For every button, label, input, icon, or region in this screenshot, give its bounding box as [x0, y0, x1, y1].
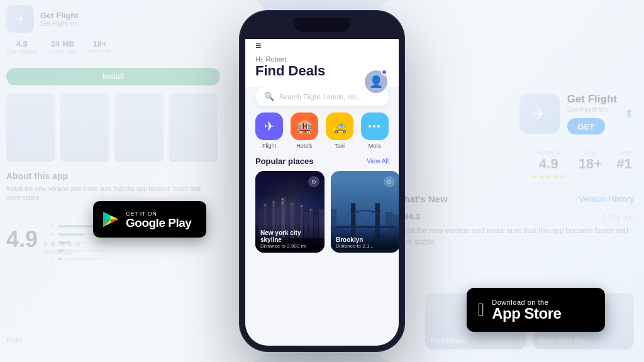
category-list: ✈ Flight 🏨 Hotels 🚕 Taxi ••• More: [245, 112, 399, 149]
bg-install-button[interactable]: Install: [6, 68, 220, 85]
bg-as-age-val: 18+: [579, 156, 602, 172]
brooklyn-place-dist: Distance to 2,1...: [336, 243, 395, 249]
bg-about-text: Install the new version and make sure th…: [6, 185, 208, 202]
svg-rect-20: [301, 206, 302, 207]
popular-cards: ⊙ New york city skyline Distance to 2,90…: [245, 171, 399, 253]
popular-title: Popular places: [255, 156, 313, 166]
view-all-link[interactable]: View All: [367, 158, 389, 165]
get-it-on-label: GET IT ON: [126, 211, 191, 217]
more-icon: •••: [361, 112, 389, 140]
bg-bottom-flight-label: Fligh...: [6, 336, 27, 343]
bg-big-rating: 4.9: [6, 226, 38, 253]
google-play-text: GET IT ON Google Play: [126, 211, 191, 229]
hotels-icon: 🏨: [291, 112, 318, 140]
apple-logo-icon: : [478, 301, 484, 319]
nyc-place-name: New york city skyline: [260, 229, 319, 243]
bg-left-content: ✈ Get Flight Get Flight Inc. 4.9 Star re…: [0, 0, 239, 362]
google-play-badge[interactable]: GET IT ON Google Play: [93, 201, 206, 238]
bg-app-icon: ✈: [6, 5, 34, 33]
popular-header: Popular places View All: [245, 156, 399, 166]
phone-app-content: 12:00 ▲▲▲ ≋ ▬ ≡ Hi, Robert Find Deals 👤 …: [245, 18, 399, 346]
bg-as-version-date: 1 Day ago: [602, 213, 634, 221]
more-label: More: [369, 143, 382, 149]
category-taxi[interactable]: 🚕 Taxi: [326, 112, 353, 149]
flight-icon: ✈: [255, 112, 283, 140]
app-store-badge[interactable]:  Download on the App Store: [467, 288, 605, 332]
svg-rect-14: [265, 205, 266, 206]
bg-screenshot-4: [169, 93, 218, 162]
bg-screenshot-3: [114, 93, 164, 162]
avatar-notification-dot: [381, 69, 387, 75]
app-store-text: Download on the App Store: [492, 299, 561, 321]
phone-screen: 12:00 ▲▲▲ ≋ ▬ ≡ Hi, Robert Find Deals 👤 …: [245, 18, 399, 346]
bg-as-card-1-title: Find Deals: [430, 337, 465, 344]
bg-app-subtitle: Get Flight Inc.: [40, 20, 79, 27]
bg-rating-value: 4.9: [6, 39, 38, 48]
app-header: ≡ Hi, Robert Find Deals 👤: [245, 36, 399, 87]
taxi-icon: 🚕: [326, 112, 353, 140]
bg-screenshot-2: [60, 93, 109, 162]
nyc-place-info: New york city skyline Distance to 2,902 …: [255, 224, 325, 253]
bg-app-title: Get Flight: [40, 11, 79, 20]
bg-as-chart-val: #1: [614, 156, 634, 172]
bg-size-label: Downloads: [49, 48, 77, 55]
bg-screenshot-1: [6, 93, 55, 162]
svg-rect-21: [310, 209, 311, 211]
bg-as-share-icon: ⬆: [625, 107, 634, 121]
svg-rect-18: [282, 202, 283, 204]
bg-as-chart-label: CHART: [614, 150, 634, 156]
phone-notch: [294, 18, 350, 32]
bg-about-title: About this app: [6, 171, 208, 181]
menu-icon[interactable]: ≡: [255, 40, 389, 52]
bg-as-app-icon: ✈: [519, 94, 560, 134]
bg-as-version-history[interactable]: Version History: [579, 194, 634, 204]
place-card-icon-brooklyn: ⊙: [384, 176, 395, 187]
category-flight[interactable]: ✈ Flight: [255, 112, 283, 149]
bg-as-app-sub: Get Flight Inc.: [567, 106, 617, 113]
bg-as-wn-text: Install the new version and make sure th…: [395, 225, 634, 248]
hotels-label: Hotels: [296, 143, 313, 149]
place-card-brooklyn[interactable]: ⊙ Brooklyn Distance to 2,1...: [331, 171, 399, 253]
bg-as-ratings-label: RATINGS: [531, 150, 566, 156]
bg-as-get-button[interactable]: GET: [567, 118, 605, 134]
bg-age-label: Rated for: [88, 48, 111, 55]
nyc-place-dist: Distance to 2,902 mi: [260, 243, 319, 249]
svg-rect-15: [273, 202, 274, 203]
svg-rect-30: [336, 226, 394, 228]
place-card-nyc[interactable]: ⊙ New york city skyline Distance to 2,90…: [255, 171, 325, 253]
svg-marker-41: [111, 219, 118, 223]
svg-rect-16: [273, 205, 274, 206]
taxi-label: Taxi: [335, 143, 345, 149]
brooklyn-place-name: Brooklyn: [336, 236, 395, 243]
svg-marker-40: [111, 216, 118, 219]
bg-rating-label: Star reviews: [6, 48, 38, 55]
app-greeting: Hi, Robert: [255, 55, 389, 63]
phone-mockup: 12:00 ▲▲▲ ≋ ▬ ≡ Hi, Robert Find Deals 👤 …: [240, 11, 404, 351]
svg-rect-17: [282, 199, 283, 200]
flight-label: Flight: [262, 143, 276, 149]
category-more[interactable]: ••• More: [361, 112, 389, 149]
bg-as-card-2-title: Book Your Flig...: [538, 337, 592, 344]
category-hotels[interactable]: 🏨 Hotels: [291, 112, 318, 149]
bg-age-value: 18+: [88, 39, 111, 48]
bg-as-rating-val: 4.9: [531, 156, 566, 172]
app-store-brand: App Store: [492, 306, 561, 321]
svg-rect-33: [393, 215, 399, 233]
svg-rect-19: [291, 204, 292, 205]
place-card-icon-nyc: ⊙: [308, 176, 319, 187]
bg-as-age-label: AGE: [579, 150, 602, 156]
svg-rect-31: [331, 209, 336, 232]
google-play-logo: [102, 211, 119, 228]
search-icon: 🔍: [264, 92, 274, 101]
search-placeholder: Search Flight, Hotels, etc...: [279, 93, 362, 101]
brooklyn-place-info: Brooklyn Distance to 2,1...: [331, 231, 399, 253]
bg-as-app-name: Get Flight: [567, 93, 617, 106]
google-play-brand: Google Play: [126, 217, 191, 229]
phone-notch-area: [240, 11, 404, 39]
bg-size-value: 24 MB: [49, 39, 77, 48]
